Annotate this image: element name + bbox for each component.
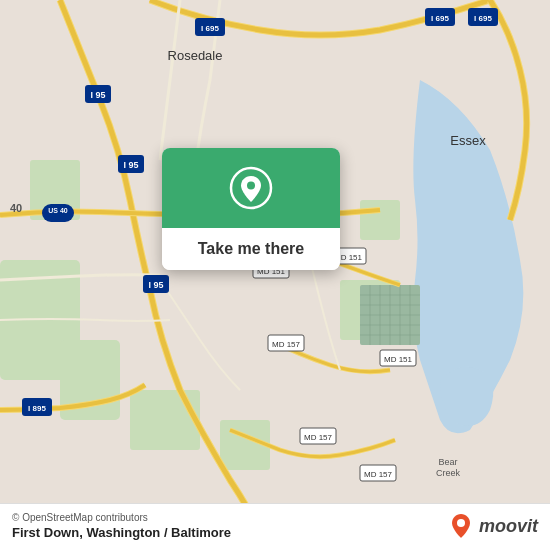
bottom-bar: © OpenStreetMap contributors First Down,… xyxy=(0,503,550,550)
svg-point-54 xyxy=(457,519,465,527)
svg-text:I 695: I 695 xyxy=(431,14,449,23)
svg-rect-6 xyxy=(130,390,200,450)
svg-text:I 95: I 95 xyxy=(90,90,105,100)
svg-text:Essex: Essex xyxy=(450,133,486,148)
popup-button-label: Take me there xyxy=(198,240,304,258)
svg-rect-4 xyxy=(360,200,400,240)
svg-point-53 xyxy=(247,182,255,190)
location-pin-icon xyxy=(229,166,273,210)
svg-text:Rosedale: Rosedale xyxy=(168,48,223,63)
svg-text:I 95: I 95 xyxy=(123,160,138,170)
svg-text:MD 151: MD 151 xyxy=(384,355,413,364)
popup-green-area xyxy=(162,148,340,228)
svg-text:I 895: I 895 xyxy=(28,404,46,413)
map-container: I 95 I 95 I 95 I 695 I 695 I 695 US 40 I… xyxy=(0,0,550,550)
svg-text:I 695: I 695 xyxy=(201,24,219,33)
map-attribution: © OpenStreetMap contributors xyxy=(12,512,231,523)
svg-text:US 40: US 40 xyxy=(48,207,68,214)
svg-text:MD 157: MD 157 xyxy=(364,470,393,479)
svg-text:Creek: Creek xyxy=(436,468,461,478)
svg-text:I 95: I 95 xyxy=(148,280,163,290)
svg-text:Bear: Bear xyxy=(438,457,457,467)
take-me-there-button[interactable]: Take me there xyxy=(162,228,340,270)
location-title: First Down, Washington / Baltimore xyxy=(12,525,231,540)
svg-text:I 695: I 695 xyxy=(474,14,492,23)
moovit-brand-text: moovit xyxy=(479,516,538,537)
svg-text:40: 40 xyxy=(10,202,22,214)
bottom-left: © OpenStreetMap contributors First Down,… xyxy=(12,512,231,540)
moovit-logo: moovit xyxy=(447,512,538,540)
svg-text:MD 157: MD 157 xyxy=(272,340,301,349)
popup-card: Take me there xyxy=(162,148,340,270)
map-background: I 95 I 95 I 95 I 695 I 695 I 695 US 40 I… xyxy=(0,0,550,550)
moovit-pin-icon xyxy=(447,512,475,540)
svg-text:MD 157: MD 157 xyxy=(304,433,333,442)
